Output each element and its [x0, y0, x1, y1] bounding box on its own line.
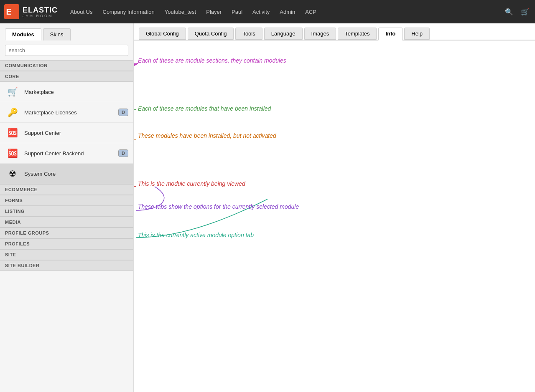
content-tabs: Global Config Quota Config Tools Languag… [134, 23, 535, 40]
section-media: MEDIA [0, 217, 133, 228]
section-forms: FORMS [0, 195, 133, 206]
nav-activity[interactable]: Activity [248, 6, 274, 18]
module-marketplace-licenses[interactable]: 🔑 Marketplace Licenses D [0, 102, 133, 123]
annotation-not-activated: These modules have been installed, but n… [138, 132, 276, 139]
svg-line-2 [134, 64, 136, 91]
support-center-icon: 🆘 [5, 125, 20, 140]
module-support-center[interactable]: 🆘 Support Center [0, 123, 133, 143]
nav-links: About Us Company Information Youtube_tes… [66, 6, 503, 18]
sidebar-search-area [0, 40, 133, 60]
marketplace-licenses-badge: D [118, 109, 128, 116]
annotation-area: Each of these are module sections, they … [134, 40, 535, 366]
tab-global-config[interactable]: Global Config [139, 28, 186, 40]
annotation-currently-viewed: This is the module currently being viewe… [138, 180, 245, 187]
nav-admin[interactable]: Admin [275, 6, 299, 18]
nav-company-info[interactable]: Company Information [99, 6, 159, 18]
section-profile-groups: PROFILE GROUPS [0, 228, 133, 238]
tab-tools[interactable]: Tools [235, 28, 262, 40]
module-system-core[interactable]: ☢ System Core [0, 164, 133, 184]
annotation-module-sections: Each of these are module sections, they … [138, 57, 286, 64]
tab-info[interactable]: Info [378, 28, 403, 40]
sidebar-tabs: Modules Skins [0, 23, 133, 40]
logo-sub: JAM ROOM [23, 14, 58, 18]
support-center-backend-badge: D [118, 149, 128, 157]
system-core-icon: ☢ [5, 166, 20, 181]
marketplace-icon: 🛒 [5, 84, 20, 99]
support-center-backend-icon: 🆘 [5, 146, 20, 161]
cart-icon[interactable]: 🛒 [519, 6, 531, 18]
section-site: SITE [0, 249, 133, 260]
svg-text:E: E [6, 7, 12, 16]
nav-paul[interactable]: Paul [227, 6, 247, 18]
module-marketplace[interactable]: 🛒 Marketplace [0, 82, 133, 102]
section-communication: COMMUNICATION [0, 60, 133, 71]
tab-help[interactable]: Help [404, 28, 430, 40]
tab-images[interactable]: Images [304, 28, 336, 40]
logo[interactable]: E ELASTIC JAM ROOM [4, 4, 58, 19]
section-core: CORE [0, 71, 133, 82]
sidebar: Modules Skins COMMUNICATION CORE 🛒 Marke… [0, 23, 134, 392]
nav-player[interactable]: Player [202, 6, 226, 18]
tab-quota-config[interactable]: Quota Config [188, 28, 234, 40]
tab-templates[interactable]: Templates [338, 28, 377, 40]
support-center-label: Support Center [24, 130, 61, 136]
top-navigation: E ELASTIC JAM ROOM About Us Company Info… [0, 0, 535, 23]
tab-modules[interactable]: Modules [5, 28, 41, 40]
nav-youtube[interactable]: Youtube_test [160, 6, 200, 18]
system-core-label: System Core [24, 171, 56, 177]
annotation-active-tab: This is the currently active module opti… [138, 232, 254, 238]
marketplace-licenses-label: Marketplace Licenses [24, 109, 77, 116]
search-input[interactable] [5, 45, 128, 56]
content-area: Global Config Quota Config Tools Languag… [134, 23, 535, 392]
nav-icon-area: 🔍 🛒 [503, 6, 531, 18]
section-ecommerce: ECOMMERCE [0, 184, 133, 195]
nav-about-us[interactable]: About Us [66, 6, 97, 18]
marketplace-licenses-icon: 🔑 [5, 105, 20, 120]
tab-language[interactable]: Language [264, 28, 303, 40]
section-profiles: PROFILES [0, 238, 133, 249]
marketplace-label: Marketplace [24, 89, 54, 95]
main-layout: Modules Skins COMMUNICATION CORE 🛒 Marke… [0, 23, 535, 392]
module-support-center-backend[interactable]: 🆘 Support Center Backend D [0, 143, 133, 164]
search-icon[interactable]: 🔍 [503, 6, 515, 18]
annotation-modules-installed: Each of these are modules that have been… [138, 105, 271, 112]
tab-skins[interactable]: Skins [43, 28, 71, 40]
support-center-backend-label: Support Center Backend [24, 150, 84, 157]
logo-text: ELASTIC [23, 6, 58, 14]
nav-acp[interactable]: ACP [301, 6, 321, 18]
logo-icon: E [4, 4, 19, 19]
annotation-tabs-options: These tabs show the options for the curr… [138, 203, 299, 210]
section-listing: LISTING [0, 206, 133, 217]
section-site-builder: SITE BUILDER [0, 260, 133, 271]
